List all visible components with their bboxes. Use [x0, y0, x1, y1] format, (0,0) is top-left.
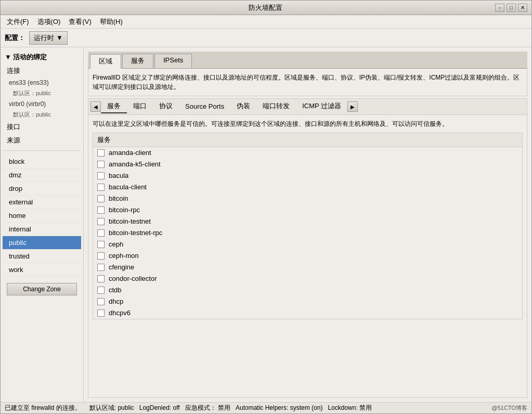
service-checkbox-ctdb[interactable] — [97, 287, 105, 294]
service-checkbox-bitcoin-rpc[interactable] — [97, 206, 105, 214]
zone-tab-source-ports[interactable]: Source Ports — [179, 101, 230, 113]
service-label-dhcpv6: dhcpv6 — [109, 309, 131, 317]
service-checkbox-bitcoin-testnet[interactable] — [97, 218, 105, 225]
service-checkbox-amanda-client[interactable] — [97, 149, 105, 157]
zone-tab-masquerade[interactable]: 伪装 — [230, 100, 256, 113]
zone-tabs-row: ◀ 服务 端口 协议 Source Ports 伪装 端口转发 ICMP 过滤器… — [88, 99, 527, 115]
minimize-button[interactable]: － — [495, 4, 504, 12]
main-window: 防火墙配置 － □ ✕ 文件(F) 选项(O) 查看(V) 帮助(H) 配置： … — [0, 0, 532, 414]
zone-content: 可以在这里定义区域中哪些服务是可信的。可连接至绑定到这个区域的连接、接口和源的所… — [88, 115, 527, 397]
zone-tab-icmp-filter[interactable]: ICMP 过滤器 — [296, 100, 347, 113]
zone-description: FirewallID 区域定义了绑定的网络连接、接口以及源地址的可信程度。区域是… — [88, 69, 527, 96]
zone-tab-ports[interactable]: 端口 — [127, 100, 153, 113]
zone-tab-protocols[interactable]: 协议 — [153, 100, 179, 113]
toolbar: 配置： 运行时 ▼ — [1, 29, 531, 47]
zone-item-drop[interactable]: drop — [3, 182, 81, 196]
sidebar-ens33-zone: 默认区：public — [3, 89, 81, 98]
config-dropdown[interactable]: 运行时 ▼ — [29, 31, 68, 45]
lockdown-label: Lockdown: — [328, 404, 357, 411]
list-item: bitcoin-testnet-rpc — [93, 227, 522, 239]
main-content: ▼ 活动的绑定 连接 ens33 (ens33) 默认区：public virb… — [1, 47, 531, 402]
maximize-button[interactable]: □ — [507, 4, 516, 12]
service-label-dhcp: dhcp — [109, 297, 123, 305]
list-item: bacula-client — [93, 182, 522, 193]
service-checkbox-condor-collector[interactable] — [97, 275, 105, 282]
titlebar: 防火墙配置 － □ ✕ — [1, 1, 531, 15]
list-item: dhcp — [93, 296, 522, 307]
zone-list: block dmz drop external home internal pu… — [3, 155, 81, 277]
service-checkbox-ceph[interactable] — [97, 241, 105, 248]
service-label-bitcoin: bitcoin — [109, 195, 128, 202]
sidebar-divider — [3, 150, 81, 151]
sidebar: ▼ 活动的绑定 连接 ens33 (ens33) 默认区：public virb… — [1, 47, 84, 402]
list-item: ceph-mon — [93, 250, 522, 262]
zone-tab-port-forward[interactable]: 端口转发 — [256, 100, 296, 113]
service-label-ceph-mon: ceph-mon — [109, 252, 139, 260]
connection-status: 已建立至 firewalld 的连接。 — [5, 404, 81, 412]
menu-help[interactable]: 帮助(H) — [96, 16, 127, 28]
service-checkbox-bacula[interactable] — [97, 172, 105, 179]
service-label-bitcoin-rpc: bitcoin-rpc — [109, 206, 140, 214]
active-binding-header[interactable]: ▼ 活动的绑定 — [3, 51, 81, 63]
zone-item-block[interactable]: block — [3, 155, 81, 169]
service-label-condor-collector: condor-collector — [109, 275, 157, 282]
service-checkbox-ceph-mon[interactable] — [97, 252, 105, 260]
service-label-ctdb: ctdb — [109, 286, 122, 294]
zone-item-public[interactable]: public — [3, 236, 81, 250]
service-checkbox-bitcoin-testnet-rpc[interactable] — [97, 229, 105, 237]
tab-ipsets[interactable]: IPSets — [154, 54, 192, 68]
services-list: amanda-client amanda-k5-client bacula — [93, 147, 523, 319]
change-zone-button[interactable]: Change Zone — [7, 283, 77, 295]
zone-item-home[interactable]: home — [3, 209, 81, 223]
service-label-amanda-client: amanda-client — [109, 149, 151, 157]
service-label-amanda-k5-client: amanda-k5-client — [109, 160, 161, 168]
sidebar-virbr0-zone: 默认区：public — [3, 110, 81, 119]
service-label-bitcoin-testnet-rpc: bitcoin-testnet-rpc — [109, 229, 162, 237]
statusbar-default-zone: 默认区域: public LogDenied: off 应急模式： 禁用 Aut… — [89, 404, 372, 412]
sidebar-connection-section: 连接 — [3, 65, 81, 76]
menubar: 文件(F) 选项(O) 查看(V) 帮助(H) — [1, 15, 531, 29]
list-item: ctdb — [93, 284, 522, 296]
service-checkbox-amanda-k5-client[interactable] — [97, 161, 105, 168]
zone-item-trusted[interactable]: trusted — [3, 250, 81, 263]
zone-tab-services[interactable]: 服务 — [101, 100, 127, 113]
zone-item-work[interactable]: work — [3, 263, 81, 277]
list-item: amanda-client — [93, 147, 522, 159]
service-checkbox-bitcoin[interactable] — [97, 195, 105, 202]
list-item: dhcpv6 — [93, 307, 522, 319]
service-checkbox-cfengine[interactable] — [97, 264, 105, 271]
top-tabs: 区域 服务 IPSets — [88, 51, 527, 69]
right-panel: 区域 服务 IPSets FirewallID 区域定义了绑定的网络连接、接口以… — [84, 47, 531, 402]
statusbar-branding: @51CTO博客 — [492, 404, 527, 412]
dropdown-arrow-icon: ▼ — [56, 34, 63, 42]
list-item: bacula — [93, 170, 522, 182]
zone-tab-next-button[interactable]: ▶ — [347, 101, 358, 112]
menu-view[interactable]: 查看(V) — [64, 16, 95, 28]
auto-helpers-value: system (on) — [290, 404, 323, 411]
menu-options[interactable]: 选项(O) — [33, 16, 65, 28]
close-button[interactable]: ✕ — [518, 4, 527, 12]
window-title: 防火墙配置 — [36, 3, 495, 12]
list-item: condor-collector — [93, 273, 522, 284]
zone-item-dmz[interactable]: dmz — [3, 169, 81, 182]
services-list-header: 服务 — [93, 133, 523, 147]
service-checkbox-bacula-client[interactable] — [97, 184, 105, 191]
default-zone-value: public — [118, 404, 134, 411]
tab-zones[interactable]: 区域 — [90, 54, 121, 69]
zone-item-internal[interactable]: internal — [3, 223, 81, 236]
lockdown-value: 禁用 — [359, 404, 372, 411]
service-checkbox-dhcpv6[interactable] — [97, 309, 105, 317]
zone-tab-prev-button[interactable]: ◀ — [90, 101, 101, 112]
list-item: bitcoin-testnet — [93, 216, 522, 227]
tab-services[interactable]: 服务 — [122, 54, 153, 68]
service-checkbox-dhcp[interactable] — [97, 298, 105, 305]
emergency-value: 禁用 — [218, 404, 230, 411]
service-label-cfengine: cfengine — [109, 263, 134, 271]
list-item: bitcoin — [93, 193, 522, 204]
zone-item-external[interactable]: external — [3, 196, 81, 209]
zone-tabs-container: ◀ 服务 端口 协议 Source Ports 伪装 端口转发 ICMP 过滤器… — [88, 98, 527, 398]
config-label: 配置： — [5, 33, 25, 43]
menu-file[interactable]: 文件(F) — [3, 16, 33, 28]
auto-helpers-label: Automatic Helpers: — [236, 404, 288, 411]
statusbar-left: 已建立至 firewalld 的连接。 默认区域: public LogDeni… — [5, 404, 372, 412]
